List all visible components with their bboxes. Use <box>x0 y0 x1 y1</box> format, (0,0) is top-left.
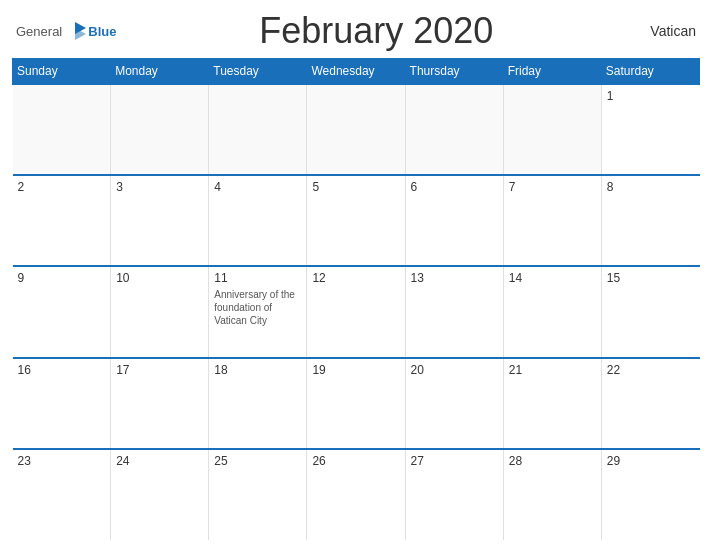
day-cell: 19 <box>307 358 405 449</box>
day-cell: 9 <box>13 266 111 357</box>
logo: General Blue <box>16 20 116 42</box>
month-title: February 2020 <box>116 10 636 52</box>
weekday-header-thursday: Thursday <box>405 59 503 85</box>
day-number: 1 <box>607 89 695 103</box>
day-number: 2 <box>18 180 106 194</box>
day-cell: 6 <box>405 175 503 266</box>
week-row-4: 23242526272829 <box>13 449 700 540</box>
day-number: 13 <box>411 271 498 285</box>
day-cell <box>503 84 601 175</box>
week-row-3: 16171819202122 <box>13 358 700 449</box>
day-number: 16 <box>18 363 106 377</box>
day-number: 26 <box>312 454 399 468</box>
weekday-header-saturday: Saturday <box>601 59 699 85</box>
day-cell: 4 <box>209 175 307 266</box>
day-number: 23 <box>18 454 106 468</box>
day-cell: 7 <box>503 175 601 266</box>
day-number: 10 <box>116 271 203 285</box>
day-cell: 8 <box>601 175 699 266</box>
day-number: 4 <box>214 180 301 194</box>
day-cell: 20 <box>405 358 503 449</box>
day-number: 28 <box>509 454 596 468</box>
day-number: 20 <box>411 363 498 377</box>
country-name: Vatican <box>636 23 696 39</box>
day-number: 15 <box>607 271 695 285</box>
day-number: 18 <box>214 363 301 377</box>
day-cell: 28 <box>503 449 601 540</box>
logo-flag-icon <box>64 20 86 42</box>
day-number: 29 <box>607 454 695 468</box>
day-cell: 11Anniversary of the foundation of Vatic… <box>209 266 307 357</box>
day-cell: 14 <box>503 266 601 357</box>
day-number: 7 <box>509 180 596 194</box>
day-number: 5 <box>312 180 399 194</box>
day-cell: 23 <box>13 449 111 540</box>
event-text: Anniversary of the foundation of Vatican… <box>214 288 301 327</box>
day-cell: 10 <box>111 266 209 357</box>
day-cell: 18 <box>209 358 307 449</box>
day-cell: 27 <box>405 449 503 540</box>
day-number: 27 <box>411 454 498 468</box>
day-cell: 26 <box>307 449 405 540</box>
logo-general-text: General <box>16 24 62 39</box>
day-number: 25 <box>214 454 301 468</box>
weekday-header-tuesday: Tuesday <box>209 59 307 85</box>
weekday-header-monday: Monday <box>111 59 209 85</box>
day-cell: 5 <box>307 175 405 266</box>
day-number: 24 <box>116 454 203 468</box>
day-cell <box>405 84 503 175</box>
day-number: 12 <box>312 271 399 285</box>
week-row-2: 91011Anniversary of the foundation of Va… <box>13 266 700 357</box>
day-cell: 12 <box>307 266 405 357</box>
day-number: 3 <box>116 180 203 194</box>
week-row-0: 1 <box>13 84 700 175</box>
day-cell <box>209 84 307 175</box>
day-number: 6 <box>411 180 498 194</box>
calendar-container: General Blue February 2020 Vatican Sunda… <box>0 0 712 550</box>
day-cell: 17 <box>111 358 209 449</box>
week-row-1: 2345678 <box>13 175 700 266</box>
day-number: 14 <box>509 271 596 285</box>
day-cell: 15 <box>601 266 699 357</box>
day-cell: 1 <box>601 84 699 175</box>
calendar-table: SundayMondayTuesdayWednesdayThursdayFrid… <box>12 58 700 540</box>
day-number: 11 <box>214 271 301 285</box>
logo-blue-text: Blue <box>88 24 116 39</box>
calendar-header: General Blue February 2020 Vatican <box>12 10 700 52</box>
day-cell <box>111 84 209 175</box>
day-cell <box>13 84 111 175</box>
day-cell <box>307 84 405 175</box>
day-cell: 16 <box>13 358 111 449</box>
day-number: 19 <box>312 363 399 377</box>
day-number: 9 <box>18 271 106 285</box>
day-number: 21 <box>509 363 596 377</box>
day-cell: 13 <box>405 266 503 357</box>
day-cell: 29 <box>601 449 699 540</box>
day-number: 8 <box>607 180 695 194</box>
day-cell: 2 <box>13 175 111 266</box>
weekday-header-row: SundayMondayTuesdayWednesdayThursdayFrid… <box>13 59 700 85</box>
day-cell: 22 <box>601 358 699 449</box>
day-cell: 21 <box>503 358 601 449</box>
weekday-header-friday: Friday <box>503 59 601 85</box>
weekday-header-wednesday: Wednesday <box>307 59 405 85</box>
day-cell: 25 <box>209 449 307 540</box>
weekday-header-sunday: Sunday <box>13 59 111 85</box>
day-number: 17 <box>116 363 203 377</box>
day-cell: 3 <box>111 175 209 266</box>
day-cell: 24 <box>111 449 209 540</box>
day-number: 22 <box>607 363 695 377</box>
